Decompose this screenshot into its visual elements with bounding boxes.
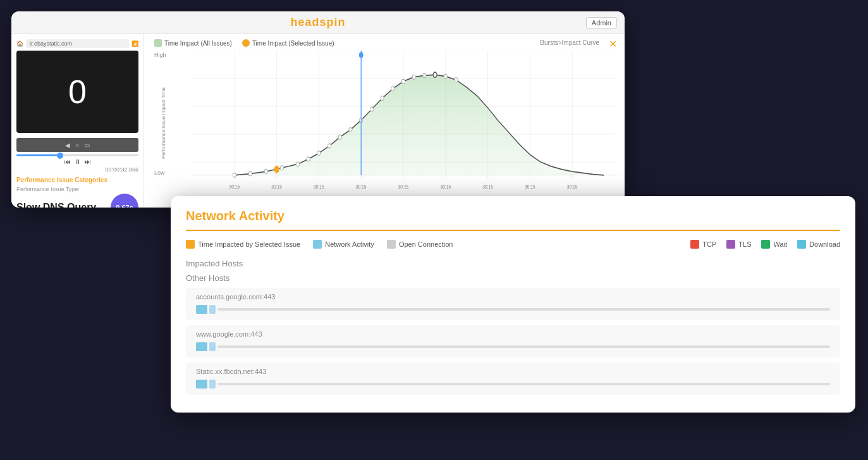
legend-open-connection: Open Connection bbox=[387, 240, 453, 249]
host-row-3: Static.xx.fbcdn.net:443 bbox=[186, 363, 840, 395]
browser-window: headspin Admin 🏠 ir.ebaystatic.com 📶 0 ◀… bbox=[11, 11, 625, 208]
svg-text:30:15: 30:15 bbox=[356, 183, 367, 190]
back-icon[interactable]: ◀ bbox=[65, 142, 70, 149]
network-activity-panel: Network Activity Time Impacted by Select… bbox=[171, 196, 855, 413]
playbar-fill bbox=[16, 154, 59, 156]
chart-area: High Low Performance Issue Impact Time bbox=[154, 51, 614, 190]
bar-seg-blue-2 bbox=[196, 342, 207, 351]
svg-point-24 bbox=[349, 128, 352, 132]
svg-point-20 bbox=[307, 157, 310, 161]
time-display: 00:00:32.856 bbox=[16, 166, 138, 173]
legend-orange-sq bbox=[186, 240, 195, 249]
legend-network-activity: Network Activity bbox=[313, 240, 374, 249]
svg-point-19 bbox=[296, 162, 299, 166]
legend-green-sq bbox=[154, 39, 162, 47]
legend-time-impacted: Time Impacted by Selected Issue bbox=[186, 240, 300, 249]
legend-tls: TLS bbox=[726, 240, 751, 249]
device-top-bar: 🏠 ir.ebaystatic.com 📶 bbox=[16, 39, 138, 48]
host-name-1: accounts.google.com:443 bbox=[196, 293, 830, 301]
host-name-2: www.google.com:443 bbox=[196, 330, 830, 338]
bar-seg-lightblue-2 bbox=[209, 342, 216, 351]
playbar-thumb bbox=[57, 152, 63, 159]
svg-point-32 bbox=[433, 72, 437, 77]
legend-download-label: Download bbox=[809, 240, 840, 248]
svg-text:30:15: 30:15 bbox=[567, 183, 578, 190]
svg-point-27 bbox=[381, 96, 384, 101]
svg-point-29 bbox=[401, 79, 405, 84]
legend-green-sq2 bbox=[761, 240, 770, 249]
chart-legend: Time Impact (All Issues) Time Impact (Se… bbox=[154, 39, 614, 47]
svg-point-33 bbox=[444, 74, 447, 78]
home-icon: 🏠 bbox=[16, 40, 23, 47]
svg-point-15 bbox=[233, 173, 236, 177]
home-circle-icon[interactable]: ○ bbox=[75, 142, 79, 149]
chart-y-axis-label: Performance Issue Impact Time bbox=[161, 87, 166, 159]
legend-red-sq bbox=[690, 240, 699, 249]
legend-tcp: TCP bbox=[690, 240, 716, 249]
playbar-track[interactable] bbox=[16, 154, 138, 156]
bar-seg-blue-3 bbox=[196, 380, 207, 389]
svg-point-16 bbox=[248, 171, 252, 176]
skip-forward-button[interactable]: ⏭ bbox=[85, 158, 91, 165]
svg-text:30:15: 30:15 bbox=[398, 183, 409, 190]
browser-header: headspin Admin bbox=[11, 11, 625, 34]
bar-seg-lightblue-3 bbox=[209, 380, 216, 389]
svg-text:30:15: 30:15 bbox=[525, 183, 535, 190]
legend-tcp-label: TCP bbox=[702, 240, 716, 248]
chart-y-low: Low bbox=[154, 170, 165, 176]
device-url: ir.ebaystatic.com bbox=[26, 39, 129, 48]
svg-text:30:15: 30:15 bbox=[482, 183, 493, 190]
host-bar-1 bbox=[196, 304, 830, 315]
svg-point-37 bbox=[359, 52, 364, 58]
svg-text:30:15: 30:15 bbox=[229, 183, 240, 190]
legend-network-activity-label: Network Activity bbox=[325, 240, 374, 248]
legend-right: TCP TLS Wait Download bbox=[690, 240, 840, 249]
skip-back-button[interactable]: ⏮ bbox=[64, 158, 71, 165]
legend-all-issues: Time Impact (All Issues) bbox=[154, 39, 232, 47]
playbar bbox=[16, 154, 138, 156]
bar-trail-3 bbox=[217, 383, 830, 385]
legend-blue-sq bbox=[313, 240, 322, 249]
device-score: 0 bbox=[68, 73, 87, 111]
legend-wait: Wait bbox=[761, 240, 787, 249]
perf-categories: Performance Issue Categories Performance… bbox=[16, 177, 138, 208]
svg-point-21 bbox=[317, 151, 321, 156]
play-controls: ⏮ ⏸ ⏭ bbox=[16, 158, 138, 165]
legend-open-connection-label: Open Connection bbox=[399, 240, 453, 248]
pause-button[interactable]: ⏸ bbox=[75, 158, 81, 165]
legend-time-impacted-label: Time Impacted by Selected Issue bbox=[198, 240, 300, 248]
legend-orange-dot bbox=[242, 39, 250, 47]
svg-point-31 bbox=[423, 73, 426, 78]
signal-icon: 📶 bbox=[131, 40, 138, 47]
device-panel: 🏠 ir.ebaystatic.com 📶 0 ◀ ○ ▭ ⏮ ⏸ bbox=[11, 34, 144, 208]
legend-all-label: Time Impact (All Issues) bbox=[164, 40, 232, 47]
issue-title: Slow DNS Query bbox=[16, 202, 96, 208]
host-name-3: Static.xx.fbcdn.net:443 bbox=[196, 368, 830, 375]
svg-point-30 bbox=[412, 75, 415, 79]
host-bar-2 bbox=[196, 341, 830, 352]
square-icon[interactable]: ▭ bbox=[84, 142, 90, 149]
bar-trail-2 bbox=[217, 345, 830, 348]
legend-purple-sq bbox=[726, 240, 735, 249]
legend-lightblue-sq bbox=[797, 240, 806, 249]
host-row-1: accounts.google.com:443 bbox=[186, 288, 840, 320]
chart-y-high: High bbox=[154, 52, 166, 58]
svg-point-28 bbox=[391, 87, 394, 91]
admin-button[interactable]: Admin bbox=[586, 17, 617, 28]
chart-svg-container: 30:15 30:15 30:15 30:15 30:15 30:15 30:1… bbox=[192, 51, 614, 190]
issue-row: Slow DNS Query 9.67s bbox=[16, 194, 138, 208]
svg-point-22 bbox=[328, 144, 331, 148]
other-hosts-label: Other Hosts bbox=[186, 273, 840, 283]
perf-categories-label: Performance Issue Categories bbox=[16, 177, 138, 183]
close-chart-button[interactable]: ✕ bbox=[609, 38, 617, 50]
legend-gray-sq bbox=[387, 240, 396, 249]
bar-seg-blue-1 bbox=[196, 305, 207, 314]
bar-seg-lightblue-1 bbox=[209, 305, 216, 314]
network-legend-bar: Time Impacted by Selected Issue Network … bbox=[186, 240, 840, 249]
bar-trail-1 bbox=[217, 308, 830, 311]
svg-text:30:15: 30:15 bbox=[271, 183, 282, 190]
bursts-label: Bursts>Impact Curve bbox=[540, 39, 599, 46]
host-row-2: www.google.com:443 bbox=[186, 325, 840, 357]
issue-badge: 9.67s bbox=[111, 194, 138, 208]
legend-selected-label: Time Impact (Selected Issue) bbox=[252, 40, 334, 47]
